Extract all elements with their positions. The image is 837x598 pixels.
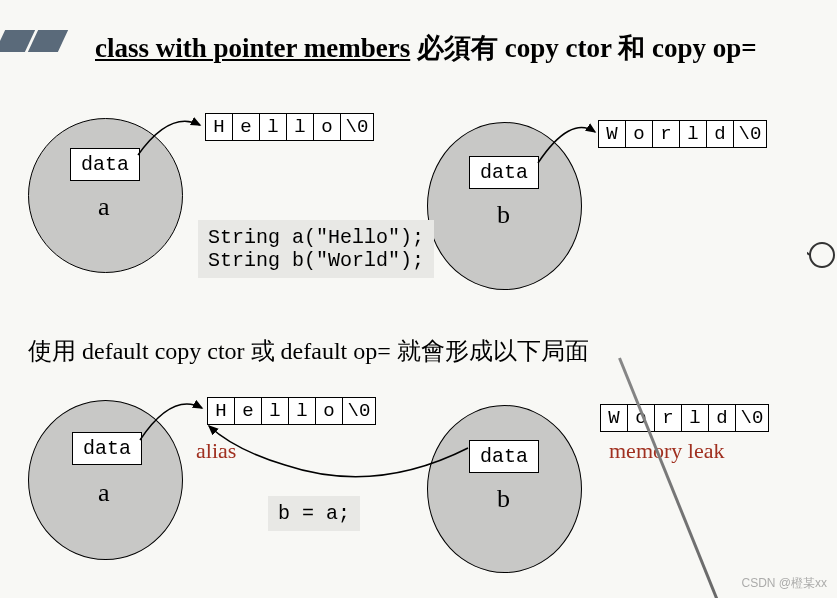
object-b2-data-box: data <box>469 440 539 473</box>
char-cell: l <box>259 113 286 141</box>
data-label: data <box>81 153 129 176</box>
char-cell: \0 <box>342 397 376 425</box>
title-rest: 必須有 copy ctor 和 copy op= <box>410 33 756 63</box>
char-array-world: W o r l d \0 <box>598 120 767 148</box>
svg-point-0 <box>810 243 834 267</box>
char-cell: H <box>205 113 232 141</box>
char-cell: o <box>625 120 652 148</box>
char-cell: r <box>652 120 679 148</box>
char-cell: W <box>598 120 625 148</box>
object-a2-data-box: data <box>72 432 142 465</box>
object-a2-label: a <box>98 478 110 508</box>
char-cell: \0 <box>733 120 767 148</box>
object-a-data-box: data <box>70 148 140 181</box>
char-cell: d <box>708 404 735 432</box>
pointer-stick <box>618 357 726 598</box>
char-cell: W <box>600 404 627 432</box>
object-b-label: b <box>497 200 510 230</box>
alias-label: alias <box>196 438 236 464</box>
char-cell: l <box>286 113 313 141</box>
char-array-hello: H e l l o \0 <box>205 113 374 141</box>
object-b-data-box: data <box>469 156 539 189</box>
corner-tabs <box>0 30 66 52</box>
object-a-label: a <box>98 192 110 222</box>
char-cell: l <box>681 404 708 432</box>
object-b2-label: b <box>497 484 510 514</box>
char-cell: H <box>207 397 234 425</box>
tab-shape <box>28 30 68 52</box>
code-snippet-construct: String a("Hello"); String b("World"); <box>198 220 434 278</box>
char-array-hello-2: H e l l o \0 <box>207 397 376 425</box>
char-cell: d <box>706 120 733 148</box>
char-cell: o <box>315 397 342 425</box>
code-snippet-assign: b = a; <box>268 496 360 531</box>
char-cell: e <box>234 397 261 425</box>
char-cell: l <box>288 397 315 425</box>
data-label: data <box>480 161 528 184</box>
char-cell: l <box>679 120 706 148</box>
memory-leak-label: memory leak <box>609 438 724 464</box>
watermark: CSDN @橙某xx <box>741 575 827 592</box>
data-label: data <box>480 445 528 468</box>
data-label: data <box>83 437 131 460</box>
char-cell: \0 <box>340 113 374 141</box>
glasses-icon <box>807 235 837 275</box>
title-underlined: class with pointer members <box>95 33 410 63</box>
page-title: class with pointer members 必須有 copy ctor… <box>95 30 757 66</box>
char-cell: l <box>261 397 288 425</box>
char-cell: \0 <box>735 404 769 432</box>
char-array-world-orphan: W o r l d \0 <box>600 404 769 432</box>
char-cell: r <box>654 404 681 432</box>
char-cell: e <box>232 113 259 141</box>
char-cell: o <box>313 113 340 141</box>
explanation-text: 使用 default copy ctor 或 default op= 就會形成以… <box>28 335 589 367</box>
